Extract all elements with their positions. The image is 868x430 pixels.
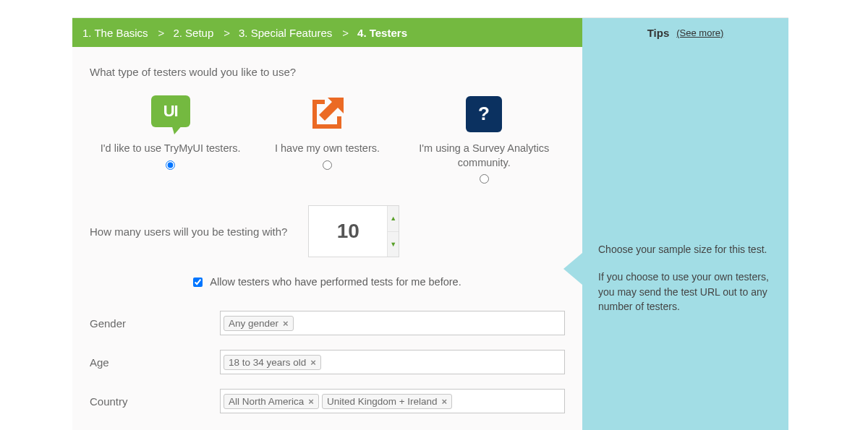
tester-option-sa-radio[interactable] xyxy=(480,174,489,184)
age-tag-text: 18 to 34 years old xyxy=(229,357,306,368)
age-tag[interactable]: 18 to 34 years old × xyxy=(224,355,321,370)
country-tag-1[interactable]: All North America × xyxy=(224,394,319,409)
remove-tag-icon[interactable]: × xyxy=(308,397,314,406)
step-1[interactable]: 1. The Basics xyxy=(82,27,148,39)
remove-tag-icon[interactable]: × xyxy=(442,397,448,406)
country-tag-input[interactable]: All North America × United Kingdom + Ire… xyxy=(220,389,565,413)
age-tag-input[interactable]: 18 to 34 years old × xyxy=(220,350,565,374)
gender-label: Gender xyxy=(90,317,220,330)
survey-analytics-icon: ? xyxy=(466,96,502,132)
country-tag-2[interactable]: United Kingdom + Ireland × xyxy=(322,394,452,409)
stepper-up[interactable]: ▲ xyxy=(388,206,399,231)
tester-option-own[interactable]: I have my own testers. xyxy=(249,91,406,184)
tester-option-trymyui-label: I'd like to use TryMyUI testers. xyxy=(92,142,249,156)
tester-option-surveyanalytics[interactable]: ? I'm using a Survey Analytics community… xyxy=(406,91,563,184)
tester-option-trymyui[interactable]: UI I'd like to use TryMyUI testers. xyxy=(92,91,249,184)
question-user-count: How many users will you be testing with? xyxy=(90,225,308,238)
step-3[interactable]: 3. Special Features xyxy=(239,27,332,39)
tip-text-2: If you choose to use your own testers, y… xyxy=(598,270,775,314)
tester-option-own-label: I have my own testers. xyxy=(249,142,406,156)
tester-option-sa-label: I'm using a Survey Analytics community. xyxy=(406,142,563,170)
trymyui-icon: UI xyxy=(151,95,190,133)
stepper-down[interactable]: ▼ xyxy=(388,231,399,257)
user-count-value[interactable]: 10 xyxy=(309,206,387,257)
svg-text:?: ? xyxy=(478,103,490,124)
tester-type-group: UI I'd like to use TryMyUI testers. xyxy=(90,91,565,184)
remove-tag-icon[interactable]: × xyxy=(283,319,289,328)
user-count-stepper[interactable]: 10 ▲ ▼ xyxy=(308,205,399,257)
tips-header: Tips (See more) xyxy=(582,18,788,47)
step-sep: > xyxy=(342,27,349,39)
gender-tag[interactable]: Any gender × xyxy=(224,316,294,331)
tip-text-1: Choose your sample size for this test. xyxy=(598,242,775,257)
tester-option-own-radio[interactable] xyxy=(323,160,332,170)
allow-repeat-label: Allow testers who have performed tests f… xyxy=(210,276,461,288)
gender-tag-input[interactable]: Any gender × xyxy=(220,311,565,335)
country-label: Country xyxy=(90,395,220,408)
step-2[interactable]: 2. Setup xyxy=(173,27,213,39)
step-4-current[interactable]: 4. Testers xyxy=(357,27,407,39)
country-tag-1-text: All North America xyxy=(229,396,304,407)
step-sep: > xyxy=(158,27,165,39)
step-sep: > xyxy=(224,27,230,39)
tips-see-more-link[interactable]: (See more) xyxy=(676,27,723,38)
question-tester-type: What type of testers would you like to u… xyxy=(90,66,565,78)
country-tag-2-text: United Kingdom + Ireland xyxy=(327,396,438,407)
remove-tag-icon[interactable]: × xyxy=(310,358,316,367)
tips-panel: Choose your sample size for this test. I… xyxy=(582,47,788,430)
tips-pointer-icon xyxy=(563,253,582,285)
gender-tag-text: Any gender xyxy=(229,318,278,329)
age-label: Age xyxy=(90,356,220,369)
main-panel: What type of testers would you like to u… xyxy=(72,47,582,430)
tester-option-trymyui-radio[interactable] xyxy=(166,160,175,170)
external-arrow-icon xyxy=(307,95,346,134)
tips-title: Tips xyxy=(647,27,670,39)
allow-repeat-checkbox[interactable] xyxy=(193,278,203,287)
progress-bar: 1. The Basics > 2. Setup > 3. Special Fe… xyxy=(72,18,788,47)
